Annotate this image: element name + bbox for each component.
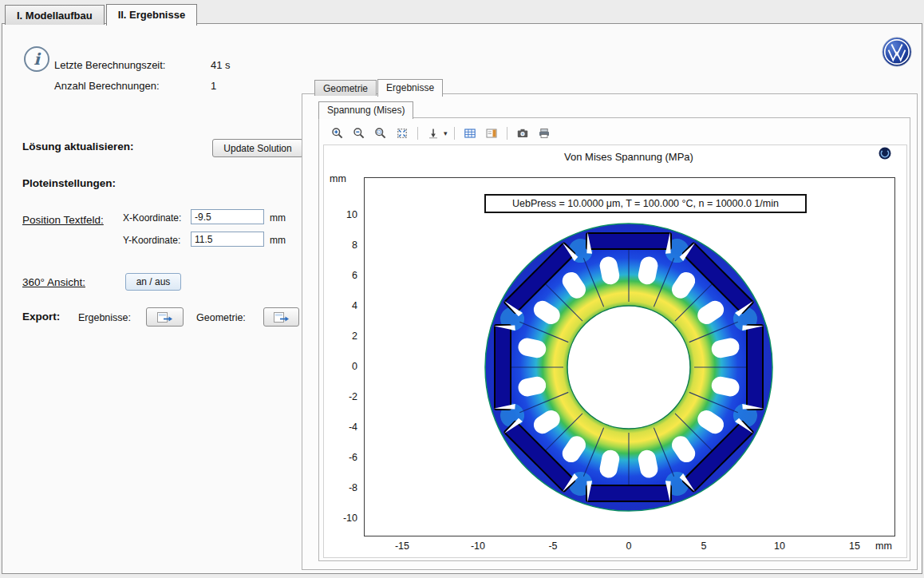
comsol-logo-button[interactable] (879, 147, 891, 160)
y-unit-label: mm (270, 235, 286, 246)
plot-annotation: UebPress = 10.0000 μm, T = 100.000 °C, n… (484, 194, 807, 213)
y-tick-label: 8 (322, 240, 361, 251)
x-unit-label: mm (270, 212, 286, 224)
rotor-stress-plot (365, 178, 893, 534)
snapshot-button[interactable] (514, 125, 531, 141)
info-icon-glyph: i (34, 49, 40, 69)
update-solution-button[interactable]: Update Solution (212, 139, 303, 157)
y-tick-label: -2 (322, 391, 361, 402)
y-tick-label: 4 (322, 300, 361, 311)
x-tick-label: -10 (458, 540, 498, 552)
x-tick-label: 5 (684, 540, 724, 552)
zoom-box-icon (374, 127, 387, 140)
zoom-extents-button[interactable] (393, 125, 411, 141)
info-icon: i (24, 46, 49, 72)
calc-count-label: Anzahl Berechnungen: (54, 80, 160, 92)
chevron-down-icon[interactable]: ▾ (444, 129, 448, 137)
tab-spannung-mises[interactable]: Spannung (Mises) (318, 101, 413, 119)
toolbar-separator (454, 127, 455, 140)
grid-toggle-button[interactable] (461, 125, 479, 141)
x-tick-label: 10 (760, 540, 800, 552)
zoom-in-icon (331, 127, 344, 140)
y-tick-label: -8 (322, 482, 361, 493)
plot-orientation-button[interactable] (424, 125, 442, 141)
last-calc-value: 41 s (211, 59, 231, 71)
x-tick-label: -15 (382, 540, 422, 552)
position-textfield-label: Position Textfeld: (22, 214, 104, 226)
toolbar-separator (507, 127, 507, 140)
grid-icon (464, 127, 476, 140)
orientation-arrow-icon (427, 127, 440, 140)
export-label: Export: (22, 311, 60, 323)
x-coordinate-input[interactable] (191, 209, 264, 224)
last-calc-label: Letzte Berechnungszeit: (54, 59, 165, 71)
app-window: I. Modellaufbau II. Ergebnisse i Letzte … (0, 0, 924, 578)
print-button[interactable] (535, 125, 553, 141)
camera-icon (516, 127, 529, 140)
x-coordinate-label: X-Koordinate: (123, 212, 181, 224)
y-coordinate-input[interactable] (191, 232, 264, 247)
y-tick-label: -10 (322, 513, 361, 524)
zoom-in-button[interactable] (329, 125, 346, 141)
export-results-button[interactable] (146, 307, 184, 327)
x-tick-label: -5 (533, 540, 573, 552)
plot-settings-heading: Ploteinstellungen: (22, 177, 116, 189)
y-tick-label: 6 (322, 270, 361, 281)
plot-tabbar: Spannung (Mises) (318, 101, 414, 118)
y-tick-label: -6 (322, 452, 361, 463)
plot-title: Von Mises Spannung (MPa) (364, 151, 894, 163)
tab-ergebnisse-view[interactable]: Ergebnisse (377, 79, 443, 97)
y-tick-label: -4 (322, 422, 361, 433)
zoom-extents-icon (396, 127, 409, 140)
tab-ergebnisse[interactable]: II. Ergebnisse (106, 4, 198, 26)
y-tick-label: 10 (322, 209, 361, 220)
y-tick-label: 0 (322, 361, 361, 372)
view-360-label: 360° Ansicht: (22, 276, 85, 288)
x-tick-label: 0 (609, 540, 649, 552)
plot-toolbar: ▾ (329, 124, 553, 143)
vw-logo (882, 37, 912, 67)
printer-icon (538, 127, 551, 140)
zoom-out-button[interactable] (350, 125, 368, 141)
comsol-logo-icon (879, 147, 891, 160)
export-geometry-label: Geometrie: (196, 312, 246, 323)
zoom-out-icon (353, 127, 365, 140)
export-results-label: Ergebnisse: (78, 312, 131, 323)
view-tabbar: Geometrie Ergebnisse (314, 79, 444, 96)
export-geometry-icon (274, 312, 290, 323)
toolbar-separator (417, 127, 418, 140)
export-results-icon (157, 312, 173, 323)
zoom-box-button[interactable] (372, 125, 389, 141)
main-tabbar: I. Modellaufbau II. Ergebnisse (5, 4, 199, 25)
update-solution-label: Lösung aktualisieren: (22, 141, 134, 152)
calc-count-value: 1 (211, 80, 216, 92)
y-tick-label: 2 (322, 331, 361, 342)
x-axis-unit: mm (875, 540, 892, 552)
tab-geometrie[interactable]: Geometrie (314, 80, 377, 96)
tab-modellaufbau[interactable]: I. Modellaufbau (5, 5, 105, 25)
export-geometry-button[interactable] (263, 307, 299, 327)
view-360-toggle-button[interactable]: an / aus (125, 273, 181, 291)
legend-icon (485, 127, 498, 140)
plot-canvas[interactable] (364, 177, 895, 536)
y-coordinate-label: Y-Koordinate: (123, 235, 180, 246)
legend-toggle-button[interactable] (483, 125, 500, 141)
x-tick-label: 15 (835, 540, 875, 552)
y-axis-unit: mm (330, 173, 346, 184)
